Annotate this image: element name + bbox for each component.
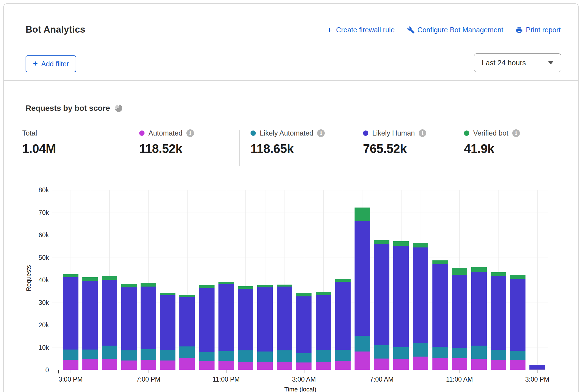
bar-segment[interactable]	[393, 359, 409, 370]
bar-segment[interactable]	[218, 361, 234, 370]
bar-segment[interactable]	[257, 285, 273, 288]
bar-segment[interactable]	[335, 282, 351, 350]
bar-segment[interactable]	[510, 279, 525, 351]
bar-segment[interactable]	[160, 293, 175, 296]
bar-segment[interactable]	[296, 293, 312, 296]
bar-segment[interactable]	[121, 287, 137, 350]
bar-segment[interactable]	[102, 276, 117, 280]
bar-segment[interactable]	[121, 284, 137, 287]
bar-segment[interactable]	[141, 360, 156, 370]
bar-segment[interactable]	[491, 276, 506, 350]
bar-segment[interactable]	[355, 208, 370, 221]
bar-segment[interactable]	[199, 288, 215, 352]
info-icon[interactable]: i	[317, 129, 325, 137]
bar-segment[interactable]	[63, 274, 78, 277]
bar-segment[interactable]	[296, 296, 312, 353]
bar-segment[interactable]	[63, 350, 78, 360]
bar-segment[interactable]	[491, 350, 506, 360]
bar-segment[interactable]	[238, 286, 253, 289]
bar-segment[interactable]	[355, 352, 370, 370]
bar-segment[interactable]	[413, 243, 428, 247]
bar-segment[interactable]	[296, 362, 312, 370]
bar-segment[interactable]	[160, 295, 175, 350]
bar-segment[interactable]	[529, 369, 545, 369]
bar-segment[interactable]	[179, 295, 195, 297]
bar-segment[interactable]	[432, 260, 448, 264]
bar-segment[interactable]	[102, 346, 117, 359]
bar-segment[interactable]	[102, 280, 117, 346]
info-icon[interactable]: i	[512, 129, 520, 137]
bar-segment[interactable]	[452, 358, 467, 370]
bar-segment[interactable]	[199, 352, 215, 361]
bar-segment[interactable]	[82, 350, 98, 359]
time-range-select[interactable]: Last 24 hours	[474, 53, 561, 72]
bar-segment[interactable]	[432, 358, 448, 370]
bar-segment[interactable]	[277, 350, 292, 362]
bar-segment[interactable]	[63, 360, 78, 370]
bar-segment[interactable]	[491, 360, 506, 370]
bar-segment[interactable]	[82, 277, 98, 281]
bar-segment[interactable]	[335, 361, 351, 370]
bar-segment[interactable]	[277, 362, 292, 370]
bar-segment[interactable]	[510, 351, 525, 360]
bar-segment[interactable]	[529, 365, 545, 365]
info-icon[interactable]: i	[186, 129, 194, 137]
bar-segment[interactable]	[141, 287, 156, 349]
bar-segment[interactable]	[238, 289, 253, 350]
bar-segment[interactable]	[355, 336, 370, 352]
bar-segment[interactable]	[296, 353, 312, 362]
bar-segment[interactable]	[121, 350, 137, 361]
bar-segment[interactable]	[218, 284, 234, 351]
bar-segment[interactable]	[316, 362, 331, 370]
bar-segment[interactable]	[179, 346, 195, 358]
bar-segment[interactable]	[277, 287, 292, 350]
bar-segment[interactable]	[257, 287, 273, 351]
bar-segment[interactable]	[316, 295, 331, 350]
add-filter-button[interactable]: + Add filter	[26, 55, 76, 72]
bar-segment[interactable]	[413, 357, 428, 370]
bar-segment[interactable]	[529, 365, 545, 369]
bar-segment[interactable]	[471, 359, 487, 370]
bar-segment[interactable]	[413, 343, 428, 357]
bar-segment[interactable]	[413, 247, 428, 343]
bar-segment[interactable]	[393, 246, 409, 348]
bar-segment[interactable]	[393, 241, 409, 246]
bar-segment[interactable]	[141, 283, 156, 287]
bar-segment[interactable]	[335, 350, 351, 361]
bar-segment[interactable]	[432, 347, 448, 358]
bar-segment[interactable]	[121, 361, 137, 370]
bar-segment[interactable]	[160, 361, 175, 370]
bar-segment[interactable]	[257, 352, 273, 362]
bar-segment[interactable]	[510, 275, 525, 279]
info-icon[interactable]: i	[419, 129, 426, 137]
bar-segment[interactable]	[82, 359, 98, 370]
bar-segment[interactable]	[529, 370, 545, 370]
bar-segment[interactable]	[510, 360, 525, 370]
bar-segment[interactable]	[452, 275, 467, 348]
bar-segment[interactable]	[141, 349, 156, 360]
bar-segment[interactable]	[257, 362, 273, 370]
bar-segment[interactable]	[82, 281, 98, 350]
bar-segment[interactable]	[199, 361, 215, 370]
bar-segment[interactable]	[355, 221, 370, 336]
bar-segment[interactable]	[452, 268, 467, 275]
bar-segment[interactable]	[63, 277, 78, 350]
bar-segment[interactable]	[160, 350, 175, 361]
bar-segment[interactable]	[432, 264, 448, 347]
bar-segment[interactable]	[374, 240, 389, 244]
bar-segment[interactable]	[277, 285, 292, 287]
bar-segment[interactable]	[238, 362, 253, 370]
bar-segment[interactable]	[335, 279, 351, 282]
bar-segment[interactable]	[179, 297, 195, 346]
bar-segment[interactable]	[218, 282, 234, 284]
bar-segment[interactable]	[452, 348, 467, 359]
bar-segment[interactable]	[316, 350, 331, 362]
bar-segment[interactable]	[471, 346, 487, 359]
bar-segment[interactable]	[199, 285, 215, 288]
bar-segment[interactable]	[374, 359, 389, 370]
bar-segment[interactable]	[218, 351, 234, 361]
create-firewall-rule-link[interactable]: Create firewall rule	[326, 26, 394, 34]
bar-segment[interactable]	[491, 272, 506, 276]
bar-segment[interactable]	[179, 358, 195, 370]
bar-segment[interactable]	[471, 272, 487, 346]
